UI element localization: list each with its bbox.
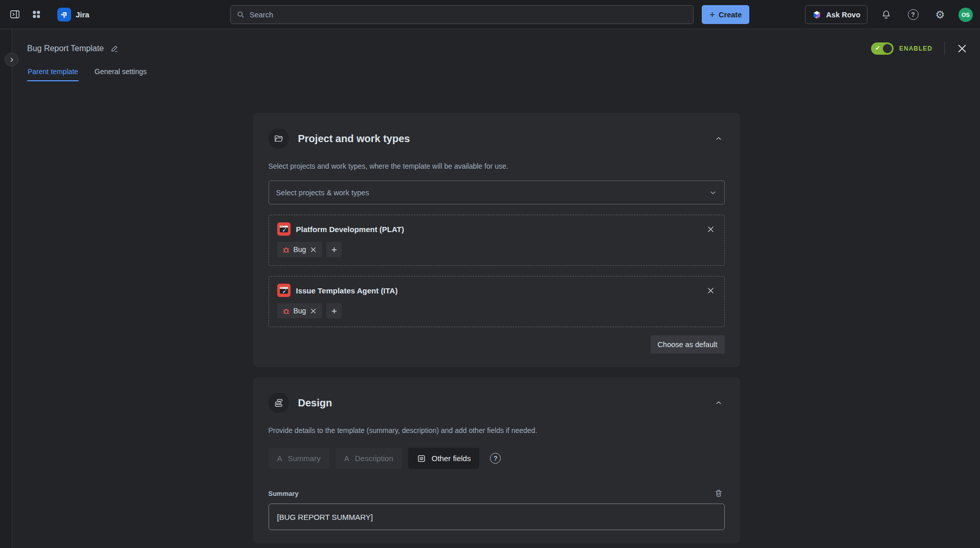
bell-icon <box>881 9 892 20</box>
document-fields-icon <box>417 454 426 463</box>
page-title: Bug Report Template <box>27 44 104 53</box>
project-row: Issue Templates Agent (ITA) <box>269 276 725 327</box>
choose-as-default-button[interactable]: Choose as default <box>651 335 725 354</box>
edit-title-button[interactable] <box>109 43 120 54</box>
rovo-logo-icon <box>812 10 821 19</box>
summary-value-input[interactable] <box>269 504 725 530</box>
add-description-button[interactable]: A Description <box>336 448 402 469</box>
avatar[interactable]: OS <box>959 8 973 22</box>
select-placeholder: Select projects & work types <box>276 189 369 197</box>
close-icon <box>707 226 714 233</box>
collapse-section-button[interactable] <box>712 132 725 145</box>
close-icon <box>310 247 316 253</box>
sidebar-expand-icon <box>9 9 20 20</box>
tab-general-settings[interactable]: General settings <box>94 67 147 81</box>
status-badge: ENABLED <box>899 45 932 52</box>
work-type-tag: Bug <box>277 303 323 318</box>
text-field-icon: A <box>344 454 349 463</box>
tab-parent-template[interactable]: Parent template <box>27 67 79 81</box>
jira-brand[interactable]: Jira <box>57 8 90 21</box>
text-field-icon: A <box>277 454 282 463</box>
design-layout-icon <box>269 393 289 413</box>
search-icon <box>236 10 245 19</box>
project-name: Issue Templates Agent (ITA) <box>296 286 398 295</box>
work-type-label: Bug <box>294 245 306 254</box>
plus-icon: + <box>709 10 715 19</box>
avatar-initials: OS <box>962 12 970 18</box>
project-work-type-select[interactable]: Select projects & work types <box>269 180 725 204</box>
add-work-type-button[interactable]: + <box>326 303 342 318</box>
template-tabs: Parent template General settings <box>27 67 968 81</box>
add-work-type-button[interactable]: + <box>326 242 342 257</box>
chevron-down-icon <box>709 189 717 197</box>
folder-icon <box>269 128 289 149</box>
delete-field-button[interactable] <box>712 487 725 499</box>
topbar-right-group: Ask Rovo ? ⚙ OS <box>805 0 973 29</box>
close-icon <box>707 287 714 294</box>
gear-icon: ⚙ <box>936 9 945 20</box>
design-card: Design Provide details to the template (… <box>253 377 740 543</box>
pencil-icon <box>110 44 119 53</box>
remove-project-button[interactable] <box>705 285 716 296</box>
summary-field-label: Summary <box>269 490 299 497</box>
settings-button[interactable]: ⚙ <box>931 6 949 24</box>
search-input[interactable] <box>250 11 687 19</box>
collapse-section-button[interactable] <box>712 397 725 409</box>
add-summary-label: Summary <box>288 454 321 463</box>
project-avatar <box>277 284 291 297</box>
fields-help-icon[interactable]: ? <box>490 453 501 464</box>
remove-project-button[interactable] <box>705 224 716 235</box>
project-avatar <box>277 222 291 236</box>
app-switcher-button[interactable] <box>28 6 45 23</box>
header-divider <box>944 41 945 55</box>
add-description-label: Description <box>355 454 393 463</box>
plus-icon: + <box>331 306 337 316</box>
remove-work-type-button[interactable] <box>309 246 317 254</box>
sidebar-toggle-button[interactable] <box>6 6 24 23</box>
card-title: Design <box>298 397 332 409</box>
template-editor-panel: Bug Report Template ✓ ENABLED <box>13 29 980 548</box>
close-icon <box>957 44 967 53</box>
close-icon <box>310 308 316 314</box>
ask-rovo-button[interactable]: Ask Rovo <box>805 5 867 24</box>
ask-rovo-label: Ask Rovo <box>826 11 860 19</box>
card-description: Select projects and work types, where th… <box>269 162 725 170</box>
work-type-label: Bug <box>294 307 306 315</box>
sidebar-expand-button[interactable] <box>5 53 18 66</box>
bug-icon <box>282 307 290 315</box>
other-fields-button[interactable]: Other fields <box>408 448 480 469</box>
jira-logo-icon <box>57 8 71 21</box>
project-row: Platform Development (PLAT) <box>269 215 725 266</box>
chevron-up-icon <box>715 134 723 143</box>
collapsed-sidebar-rail <box>0 29 12 548</box>
project-name: Platform Development (PLAT) <box>296 225 404 234</box>
search-bar[interactable] <box>230 5 694 24</box>
create-button-label: Create <box>719 11 742 19</box>
remove-work-type-button[interactable] <box>309 307 317 315</box>
cards-container: Project and work types Select projects a… <box>253 113 740 543</box>
close-panel-button[interactable] <box>956 43 968 54</box>
app-grid-icon <box>31 9 41 19</box>
topbar-left-group: Jira <box>6 6 90 23</box>
check-icon: ✓ <box>875 44 880 52</box>
card-title: Project and work types <box>298 133 410 145</box>
project-work-types-card: Project and work types Select projects a… <box>253 113 740 367</box>
help-button[interactable]: ? <box>904 6 922 24</box>
topbar: Jira + Create Ask Rovo <box>0 0 980 29</box>
notifications-button[interactable] <box>877 6 895 24</box>
add-summary-button[interactable]: A Summary <box>269 448 329 469</box>
field-type-buttons: A Summary A Description <box>269 448 725 469</box>
card-description: Provide details to the template (summary… <box>269 426 725 435</box>
chevron-right-icon <box>9 57 15 63</box>
create-button[interactable]: + Create <box>702 5 749 24</box>
work-type-tag: Bug <box>277 242 323 257</box>
app-name: Jira <box>76 10 90 19</box>
trash-icon <box>714 489 723 498</box>
chevron-up-icon <box>715 399 723 407</box>
content-area: Bug Report Template ✓ ENABLED <box>0 29 980 548</box>
plus-icon: + <box>331 245 337 255</box>
enabled-toggle[interactable]: ✓ <box>871 42 894 55</box>
toggle-knob <box>883 44 892 53</box>
bug-icon <box>282 246 290 254</box>
help-icon: ? <box>908 9 919 20</box>
